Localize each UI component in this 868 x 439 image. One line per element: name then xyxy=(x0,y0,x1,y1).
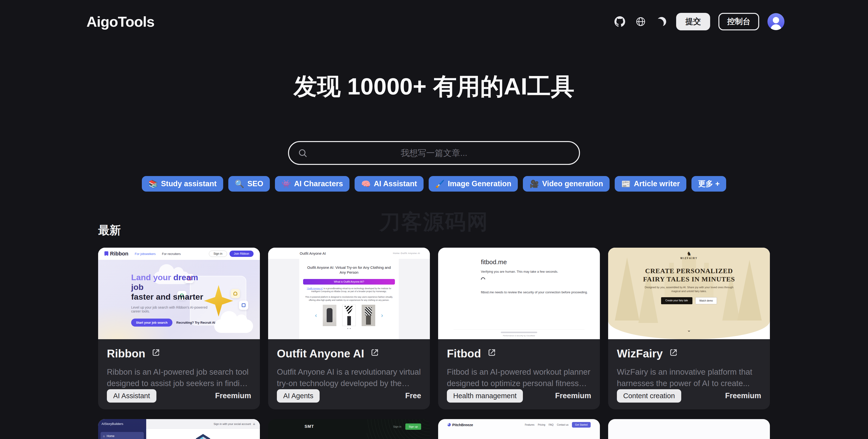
tag-ai-assistant[interactable]: 🧠AI Assistant xyxy=(354,176,424,192)
tool-card-blank[interactable] xyxy=(608,419,770,439)
tag-article-writer[interactable]: 📰Article writer xyxy=(615,176,686,192)
tag-video-generation[interactable]: 🎥Video generation xyxy=(523,176,610,192)
carousel-prev-icon: ‹ xyxy=(315,313,317,318)
tool-card-smt[interactable]: SMT Sign in Sign up Your thoughts, like … xyxy=(268,419,430,439)
ribbon-thumbnail: Ribbon For jobseekers For recruiters Sig… xyxy=(98,248,260,339)
ribbon-logo: Ribbon xyxy=(104,251,128,257)
header: AigoTools 提交 控制台 xyxy=(0,0,868,40)
newspaper-icon: 📰 xyxy=(621,180,631,188)
spinner-icon xyxy=(480,276,486,282)
paintbrush-icon: 🖌️ xyxy=(435,180,445,188)
cloud-illustration xyxy=(214,319,253,333)
smt-thumbnail: SMT Sign in Sign up Your thoughts, like … xyxy=(268,419,430,439)
tool-name: Fitbod xyxy=(447,347,481,360)
tool-card-fitbod[interactable]: fitbod.me Verifying you are human. This … xyxy=(438,248,600,409)
search-icon xyxy=(298,148,307,158)
external-link-icon[interactable] xyxy=(487,347,497,360)
magnifier-icon: 🔍 xyxy=(235,180,244,188)
outfit-thumbnail: Outfit Anyone AI Home Outfit Anyone AI O… xyxy=(268,248,430,339)
tryon-photo xyxy=(362,305,375,326)
external-link-icon[interactable] xyxy=(669,347,678,360)
card-info: Ribbon Ribbon is an AI-powered job searc… xyxy=(98,339,260,409)
external-link-icon[interactable] xyxy=(370,347,380,360)
pricing-label: Free xyxy=(405,391,421,400)
tool-card-ribbon[interactable]: Ribbon For jobseekers For recruiters Sig… xyxy=(98,248,260,409)
tool-description: WizFairy is an innovative platform that … xyxy=(617,367,761,389)
home-icon: ⌂ xyxy=(103,434,105,438)
pricing-label: Freemium xyxy=(725,391,761,400)
alien-icon: 👾 xyxy=(281,180,291,188)
category-chip[interactable]: AI Agents xyxy=(277,389,320,403)
external-link-icon[interactable] xyxy=(151,347,161,360)
fitbod-thumbnail: fitbod.me Verifying you are human. This … xyxy=(438,248,600,339)
briefcase-mini-icon xyxy=(239,301,248,310)
tag-study-assistant[interactable]: 📚Study assistant xyxy=(142,176,223,192)
carousel-next-icon: › xyxy=(381,313,383,318)
tool-name: Ribbon xyxy=(107,347,145,360)
category-chip[interactable]: Health management xyxy=(447,389,523,403)
tool-description: Fitbod is an AI-powered workout planner … xyxy=(447,367,591,389)
console-button[interactable]: 控制台 xyxy=(718,13,759,30)
pricing-label: Freemium xyxy=(215,391,251,400)
section-title-latest: 最新 xyxy=(98,223,770,238)
clothing-photo xyxy=(342,305,356,326)
github-icon[interactable] xyxy=(614,15,626,28)
tryon-photo xyxy=(323,305,336,326)
tag-ai-characters[interactable]: 👾AI Characters xyxy=(275,176,349,192)
aistorybuilders-thumbnail: AIStoryBuilders ⌂Home Install Documentat… xyxy=(98,419,260,439)
dark-mode-moon-icon[interactable] xyxy=(655,15,668,28)
tag-row: 📚Study assistant 🔍SEO 👾AI Characters 🧠AI… xyxy=(0,176,868,192)
movie-camera-icon: 🎥 xyxy=(529,180,539,188)
page-title: 发现 10000+ 有用的AI工具 xyxy=(0,71,868,103)
tool-name: WizFairy xyxy=(617,347,663,360)
tool-card-outfit-anyone-ai[interactable]: Outfit Anyone AI Home Outfit Anyone AI O… xyxy=(268,248,430,409)
chevron-down-icon: ⌄ xyxy=(687,327,691,333)
tag-more[interactable]: 更多 + xyxy=(691,176,726,192)
wizfairy-logo-icon: ♞ xyxy=(608,251,770,256)
submit-button[interactable]: 提交 xyxy=(676,13,710,30)
category-chip[interactable]: AI Assistant xyxy=(107,389,156,403)
tag-image-generation[interactable]: 🖌️Image Generation xyxy=(429,176,518,192)
wizfairy-thumbnail: ♞ WIZFAIRY CREATE PERSONALIZEDFAIRY TALE… xyxy=(608,248,770,339)
app-logo[interactable]: AigoTools xyxy=(87,13,154,30)
tool-description: Ribbon is an AI-powered job search tool … xyxy=(107,367,251,389)
category-chip[interactable]: Content creation xyxy=(617,389,681,403)
tool-description: Outfit Anyone AI is a revolutionary virt… xyxy=(277,367,421,389)
tool-card-pitchbreeze[interactable]: PitchBreeze Features Pricing FAQ Contact… xyxy=(438,419,600,439)
bell-icon: 🕭 xyxy=(253,422,255,426)
tag-seo[interactable]: 🔍SEO xyxy=(228,176,270,192)
card-info: Fitbod Fitbod is an AI-powered workout p… xyxy=(438,339,600,409)
page: 刀客源码网 AigoTools 提交 控制台 发现 10000+ 有用的AI工具… xyxy=(0,0,868,439)
purple-banner: What is Outfit Anyone AI? xyxy=(303,279,395,285)
blank-thumbnail xyxy=(608,419,770,439)
language-globe-icon[interactable] xyxy=(634,15,647,28)
avatar[interactable] xyxy=(768,13,784,30)
cards-grid-row2: AIStoryBuilders ⌂Home Install Documentat… xyxy=(98,419,770,439)
search-bar xyxy=(288,141,580,165)
ray-id-placeholder xyxy=(501,332,537,333)
tool-card-aistorybuilders[interactable]: AIStoryBuilders ⌂Home Install Documentat… xyxy=(98,419,260,439)
books-icon: 📚 xyxy=(148,180,158,188)
card-info: Outfit Anyone AI Outfit Anyone AI is a r… xyxy=(268,339,430,409)
pitchbreeze-thumbnail: PitchBreeze Features Pricing FAQ Contact… xyxy=(438,419,600,439)
user-mini-icon xyxy=(231,289,240,298)
card-info: WizFairy WizFairy is an innovative platf… xyxy=(608,339,770,409)
header-actions: 提交 控制台 xyxy=(614,13,784,30)
tool-name: Outfit Anyone AI xyxy=(277,347,364,360)
swirl-pattern xyxy=(367,419,430,439)
pricing-label: Freemium xyxy=(555,391,591,400)
brain-icon: 🧠 xyxy=(361,180,371,188)
cards-grid: Ribbon For jobseekers For recruiters Sig… xyxy=(98,248,770,409)
tool-card-wizfairy[interactable]: ♞ WIZFAIRY CREATE PERSONALIZEDFAIRY TALE… xyxy=(608,248,770,409)
search-input[interactable] xyxy=(288,141,580,165)
carousel-dots xyxy=(268,328,430,329)
